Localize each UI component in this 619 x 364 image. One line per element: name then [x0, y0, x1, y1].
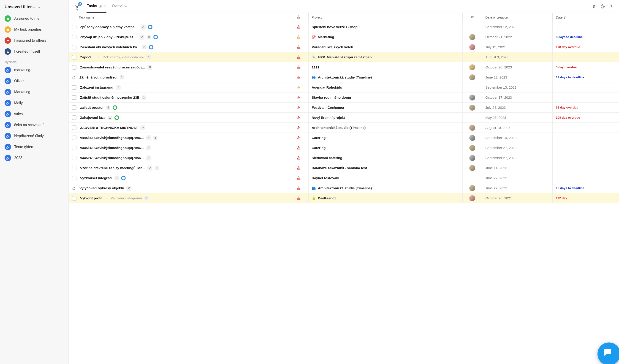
table-row[interactable]: zajistit prostor4Festival - ČechomorJuly… [69, 103, 619, 113]
table-row[interactable]: ZÁDVEŘÍ a TECHNICKÁ MÍSTNOSTArchitektoni… [69, 123, 619, 133]
project-cell[interactable]: Spuštění nové verze E-shopu [309, 22, 463, 32]
table-row[interactable]: Způsoby dopravy a platby včetně ...Spušt… [69, 22, 619, 32]
column-assignee[interactable] [463, 13, 482, 22]
filter-button[interactable]: 2 ☟ [74, 3, 81, 10]
project-cell[interactable]: 🍐DeePear.cz [309, 193, 463, 203]
project-cell[interactable]: Catering [309, 143, 463, 153]
project-cell[interactable]: Festival - Čechomor [309, 103, 463, 112]
open-link-button[interactable] [146, 145, 151, 150]
sidebar-item-star[interactable]: My task priorities [0, 24, 69, 35]
filter-title-dropdown[interactable]: Unsaved filter... [0, 0, 69, 13]
sort-button[interactable] [591, 4, 597, 9]
project-cell[interactable]: 👥Architektonická studie (Timeline) [309, 183, 463, 193]
table-row[interactable]: Zajistit studii oslunění pozemku 23B1Sta… [69, 93, 619, 103]
assignee-avatar[interactable] [469, 185, 475, 191]
table-row[interactable]: Zasedání okrskových volebních ko...8Pořá… [69, 42, 619, 52]
task-checkbox[interactable] [72, 146, 76, 150]
assignee-avatar[interactable] [469, 195, 475, 201]
table-row[interactable]: Záměr životní prostředí1👥Architektonická… [69, 72, 619, 83]
table-row[interactable]: Zaměstnavatel vysvětlí proces zaučov...1… [69, 62, 619, 72]
tab-overview[interactable]: Overview [112, 0, 128, 13]
task-checkbox[interactable] [72, 196, 76, 200]
project-cell[interactable]: Nový firemní projekt - [309, 113, 463, 123]
tab-tasks[interactable]: Tasks [86, 0, 106, 13]
task-checkbox[interactable] [72, 156, 76, 160]
table-row[interactable]: Vytvořit profil›Založení instagramu2🍐Dee… [69, 193, 619, 203]
sidebar-item-share[interactable]: I assigned to others [0, 35, 69, 46]
table-row[interactable]: Zahajovací fáze1Nový firemní projekt -Ma… [69, 113, 619, 123]
sidebar-item-home[interactable]: Assigned to me [0, 13, 69, 24]
column-task-name[interactable]: Task name [69, 13, 289, 22]
project-cell[interactable]: Raynet testování [309, 173, 463, 183]
assignee-avatar[interactable] [469, 145, 475, 151]
sidebar-filter-item[interactable]: 2023 [0, 153, 69, 164]
open-link-button[interactable] [147, 166, 153, 170]
column-dates[interactable]: Date(s) [552, 13, 619, 22]
project-cell[interactable]: 👥Architektonická studie (Timeline) [309, 72, 463, 82]
assignee-avatar[interactable] [469, 125, 475, 131]
task-checkbox[interactable] [72, 35, 76, 39]
table-row[interactable]: v445k4664dvi9hjskmodhghoupq70o6...Cateri… [69, 143, 619, 153]
open-link-button[interactable] [147, 65, 152, 70]
project-cell[interactable]: Sledování catering [309, 153, 463, 163]
assignee-avatar[interactable] [469, 155, 475, 161]
table-row[interactable]: v445k4664dvi9hjskmodhghoupq70o6...Sledov… [69, 153, 619, 163]
project-cell[interactable]: 📎HPP_Manuál nástupu zaměstnan... [309, 52, 463, 62]
settings-button[interactable] [600, 4, 605, 9]
task-checkbox[interactable] [72, 95, 76, 100]
project-cell[interactable]: Stavba rodinného domu [309, 93, 463, 102]
task-checkbox[interactable] [72, 55, 76, 59]
assignee-avatar[interactable] [469, 34, 475, 40]
open-link-button[interactable] [140, 125, 145, 130]
table-row[interactable]: Vyzkoušet integraci3Raynet testováníJune… [69, 173, 619, 183]
task-checkbox[interactable] [72, 166, 76, 170]
sidebar-filter-item[interactable]: čeká na schválení [0, 120, 69, 130]
table-row[interactable]: Vytyčovací výkresy objektu👥Architektonic… [69, 183, 619, 193]
task-checkbox[interactable] [72, 45, 76, 49]
sidebar-filter-item[interactable]: sales [0, 109, 69, 120]
task-checkbox[interactable] [72, 126, 76, 130]
project-cell[interactable]: Agenda- Robokids [309, 83, 463, 92]
sidebar-item-user[interactable]: I created myself [0, 46, 69, 57]
table-row[interactable]: v445k4664dvi9hjskmodhghoupq70o6...1Cater… [69, 133, 619, 143]
assignee-avatar[interactable] [469, 105, 475, 111]
project-cell[interactable]: 1111 [309, 62, 463, 72]
task-checkbox[interactable] [72, 85, 76, 90]
assignee-avatar[interactable] [469, 44, 475, 50]
sidebar-filter-item[interactable]: marketing [0, 65, 69, 76]
assignee-avatar[interactable] [469, 135, 475, 141]
table-row[interactable]: Zápočt...›Dokumenty, které dodá nov1📎HPP… [69, 52, 619, 62]
column-priority[interactable] [289, 13, 308, 22]
task-checkbox[interactable] [72, 65, 76, 70]
open-link-button[interactable] [126, 186, 131, 191]
assignee-avatar[interactable] [469, 95, 475, 100]
sidebar-filter-item[interactable]: Nepřiřazené úkoly [0, 130, 69, 141]
column-date-created[interactable]: Date of creation [482, 13, 553, 22]
open-link-button[interactable] [146, 135, 151, 140]
chat-fab[interactable] [597, 342, 619, 364]
task-checkbox[interactable] [72, 176, 76, 180]
assignee-avatar[interactable] [469, 74, 475, 80]
project-cell[interactable]: Pořádání krajských voleb [309, 42, 463, 52]
open-link-button[interactable] [116, 85, 121, 90]
open-link-button[interactable] [146, 155, 151, 160]
table-row[interactable]: Zbývají už jen 2 dny – získejte až ...3💯… [69, 32, 619, 42]
open-link-button[interactable] [140, 35, 144, 40]
column-project[interactable]: Project [308, 13, 463, 22]
sidebar-filter-item[interactable]: Molly [0, 98, 69, 109]
project-cell[interactable]: Architektonická studie (Timeline) [309, 123, 463, 133]
task-checkbox[interactable] [72, 115, 76, 120]
project-cell[interactable]: Catering [309, 133, 463, 143]
open-link-button[interactable] [141, 25, 146, 29]
export-button[interactable] [609, 4, 614, 9]
sidebar-filter-item[interactable]: Tento týden [0, 141, 69, 153]
sidebar-filter-item[interactable]: Oliver [0, 76, 69, 86]
assignee-avatar[interactable] [469, 64, 475, 70]
sidebar-filter-item[interactable]: Marketing [0, 86, 69, 98]
assignee-avatar[interactable] [469, 165, 475, 171]
table-row[interactable]: Založení instagramuAgenda- RobokidsSepte… [69, 83, 619, 93]
task-checkbox[interactable] [72, 105, 76, 110]
task-checkbox[interactable] [72, 25, 76, 29]
task-checkbox[interactable] [72, 136, 76, 140]
project-cell[interactable]: Databáze zákazníků - šablona test [309, 163, 463, 173]
